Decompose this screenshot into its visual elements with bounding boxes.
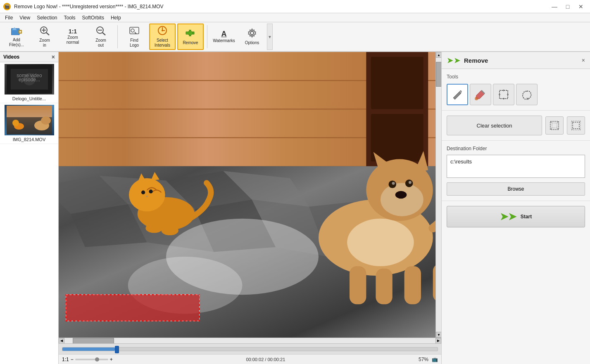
menu-help[interactable]: Help: [107, 14, 124, 21]
timeline-track[interactable]: [62, 347, 438, 351]
minimize-button[interactable]: —: [549, 2, 560, 11]
video-background: [59, 52, 435, 338]
social-icons: 📺: [432, 357, 438, 362]
svg-rect-73: [433, 264, 435, 302]
tool-pencil-button[interactable]: [447, 84, 468, 105]
svg-point-21: [250, 31, 254, 35]
menu-bar: File View Selection Tools SoftOrbits Hel…: [0, 13, 590, 22]
video-name-1: Delogo_Untitle...: [2, 96, 57, 101]
select-intervals-button[interactable]: SelectIntervals: [149, 24, 176, 50]
zoom-in-icon: [39, 26, 50, 37]
add-files-button[interactable]: AddFile(s)...: [3, 24, 30, 50]
video-thumb-1: some video episode...: [5, 64, 54, 95]
toolbox-tools-section: Tools: [442, 69, 590, 111]
toolbar: AddFile(s)... Zoomin 1:1 Zoomnormal Zoom…: [0, 22, 590, 52]
hscroll-thumb[interactable]: [73, 338, 114, 344]
hscroll-left-button[interactable]: ◀: [59, 338, 64, 344]
timeline-progress: [62, 347, 115, 351]
toolbox-close-button[interactable]: ×: [582, 57, 585, 64]
status-right: 57% 📺: [419, 357, 438, 362]
svg-point-29: [12, 120, 19, 126]
zoom-out-icon: [95, 26, 106, 37]
videos-title: Videos: [3, 54, 19, 60]
hscroll-track[interactable]: [64, 338, 435, 344]
svg-point-69: [395, 191, 407, 199]
svg-point-67: [392, 182, 395, 185]
tool-brush-button[interactable]: [470, 84, 491, 105]
watermarks-label: Watermarks: [213, 38, 235, 43]
videos-close-button[interactable]: ×: [52, 54, 55, 60]
watermarks-button[interactable]: A Watermarks: [211, 24, 237, 50]
svg-rect-74: [66, 295, 200, 321]
zoom-thumb[interactable]: [95, 357, 99, 362]
add-files-label: AddFile(s)...: [9, 38, 24, 47]
zoom-minus-icon[interactable]: −: [71, 357, 74, 362]
vscroll-down-button[interactable]: ▼: [436, 332, 441, 338]
lasso-icon: [521, 89, 533, 100]
menu-softorbits[interactable]: SoftOrbits: [79, 14, 107, 21]
svg-point-76: [475, 97, 478, 100]
contract-selection-icon: [571, 121, 581, 130]
menu-tools[interactable]: Tools: [61, 14, 79, 21]
zoom-out-button[interactable]: Zoomout: [88, 24, 114, 50]
svg-line-8: [46, 33, 49, 35]
expand-selection-button[interactable]: [545, 116, 564, 135]
svg-rect-77: [500, 90, 508, 99]
brush-icon: [475, 89, 486, 100]
svg-point-57: [145, 223, 163, 233]
vscroll-thumb[interactable]: [436, 62, 441, 87]
zoom-in-button[interactable]: Zoomin: [31, 24, 58, 50]
timeline-bar: [59, 343, 441, 354]
destination-folder-input[interactable]: [447, 155, 585, 178]
app-icon: 🎬: [3, 3, 11, 10]
options-button[interactable]: Options: [239, 24, 265, 50]
tool-rect-select-button[interactable]: [493, 84, 514, 105]
close-button[interactable]: ✕: [575, 2, 587, 11]
watermarks-icon: A: [221, 30, 227, 38]
toolbox-header: ➤➤ Remove ×: [442, 52, 590, 69]
svg-point-60: [347, 219, 414, 266]
zoom-normal-label: Zoomnormal: [67, 35, 79, 45]
status-left: 1:1 − +: [62, 357, 113, 362]
video-item-2[interactable]: IMG_8214.MOV: [0, 103, 58, 144]
zoom-slider[interactable]: [75, 359, 108, 360]
tools-grid: [447, 84, 585, 105]
menu-file[interactable]: File: [2, 14, 16, 21]
vscroll-track[interactable]: [436, 58, 441, 332]
remove-label: Remove: [183, 40, 198, 45]
video-frame: [59, 52, 435, 338]
zoom-plus-icon[interactable]: +: [110, 357, 113, 362]
toolbar-separator-2: [207, 25, 207, 48]
destination-folder-label: Destination Folder: [447, 146, 585, 151]
canvas-vertical-scrollbar: ▲ ▼: [435, 52, 441, 338]
svg-marker-20: [186, 30, 193, 36]
svg-point-56: [149, 189, 152, 193]
videos-panel: Videos × some video episode... Delogo_Un…: [0, 52, 59, 364]
timeline-thumb[interactable]: [115, 346, 119, 353]
hscroll-right-button[interactable]: ▶: [435, 338, 441, 344]
video-item-1[interactable]: some video episode... Delogo_Untitle...: [0, 62, 58, 103]
video-canvas: [59, 52, 435, 338]
toolbar-scroll-button[interactable]: ▼: [267, 24, 273, 50]
main-area: Videos × some video episode... Delogo_Un…: [0, 52, 590, 364]
svg-rect-88: [573, 122, 579, 129]
find-logo-button[interactable]: FindLogo: [121, 24, 148, 50]
clear-selection-button[interactable]: Clear selection: [447, 116, 542, 135]
browse-button[interactable]: Browse: [447, 182, 585, 196]
svg-point-13: [131, 29, 134, 32]
tool-lasso-button[interactable]: [516, 84, 538, 105]
canvas-horizontal-scrollbar: ◀ ▶: [59, 338, 441, 343]
zoom-normal-button[interactable]: 1:1 Zoomnormal: [59, 24, 86, 50]
contract-selection-button[interactable]: [567, 116, 585, 135]
menu-view[interactable]: View: [16, 14, 33, 21]
pencil-icon: [452, 89, 463, 100]
remove-button[interactable]: Remove: [177, 24, 204, 50]
videos-header: Videos ×: [0, 52, 58, 62]
svg-rect-37: [371, 57, 423, 109]
rect-select-icon: [498, 89, 509, 100]
svg-rect-70: [350, 266, 366, 304]
vscroll-up-button[interactable]: ▲: [436, 52, 441, 58]
menu-selection[interactable]: Selection: [33, 14, 60, 21]
maximize-button[interactable]: □: [562, 2, 573, 11]
start-button[interactable]: ➤➤ Start: [447, 206, 585, 227]
